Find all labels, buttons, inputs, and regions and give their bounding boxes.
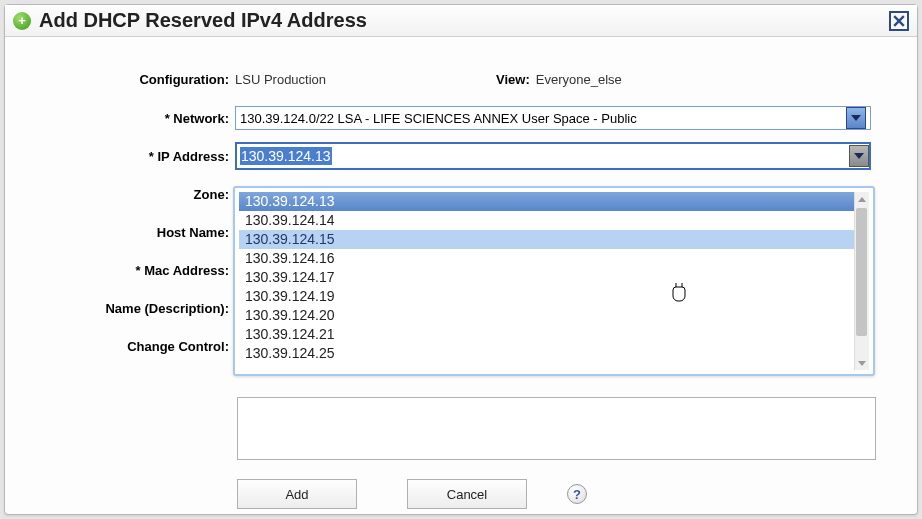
ip-address-label: * IP Address: [25, 149, 235, 164]
row-network: * Network: 130.39.124.0/22 LSA - LIFE SC… [25, 101, 897, 135]
ip-option[interactable]: 130.39.124.21 [239, 325, 869, 344]
ip-dropdown-inner: 130.39.124.13130.39.124.14130.39.124.151… [239, 192, 869, 370]
ip-option[interactable]: 130.39.124.13 [239, 192, 869, 211]
configuration-value: LSU Production [235, 72, 326, 87]
scroll-down-arrow-icon[interactable] [855, 356, 869, 370]
ip-option-list: 130.39.124.13130.39.124.14130.39.124.151… [239, 192, 869, 363]
view-label: View: [496, 72, 530, 87]
ip-option[interactable]: 130.39.124.14 [239, 211, 869, 230]
ip-option[interactable]: 130.39.124.17 [239, 268, 869, 287]
notes-textarea[interactable] [237, 397, 876, 460]
ip-option[interactable]: 130.39.124.15 [239, 230, 869, 249]
cancel-button[interactable]: Cancel [407, 479, 527, 509]
help-icon[interactable]: ? [567, 484, 587, 504]
host-name-label: Host Name: [25, 225, 235, 240]
network-select[interactable]: 130.39.124.0/22 LSA - LIFE SCIENCES ANNE… [235, 106, 871, 130]
close-button[interactable] [889, 11, 909, 31]
ip-dropdown-button[interactable] [849, 145, 869, 167]
name-description-label: Name (Description): [25, 301, 235, 316]
zone-label: Zone: [25, 187, 235, 202]
dropdown-scrollbar[interactable] [854, 192, 869, 370]
dialog: Add DHCP Reserved IPv4 Address Configura… [4, 4, 918, 515]
network-label: * Network: [25, 111, 235, 126]
add-button[interactable]: Add [237, 479, 357, 509]
ip-address-value: 130.39.124.13 [240, 147, 332, 165]
ip-option[interactable]: 130.39.124.16 [239, 249, 869, 268]
ip-option[interactable]: 130.39.124.25 [239, 344, 869, 363]
add-icon [13, 12, 31, 30]
scrollbar-thumb[interactable] [856, 208, 867, 336]
ip-address-combobox[interactable]: 130.39.124.13 [235, 142, 871, 170]
form-body: Configuration: LSU Production View: Ever… [5, 37, 917, 514]
network-dropdown-button[interactable] [846, 107, 866, 129]
close-icon [893, 15, 905, 27]
ip-option[interactable]: 130.39.124.19 [239, 287, 869, 306]
titlebar: Add DHCP Reserved IPv4 Address [5, 5, 917, 37]
change-control-label: Change Control: [25, 339, 235, 354]
mac-address-label: * Mac Address: [25, 263, 235, 278]
dialog-title: Add DHCP Reserved IPv4 Address [39, 9, 367, 32]
view-value: Everyone_else [536, 72, 622, 87]
chevron-down-icon [854, 153, 864, 159]
ip-option[interactable]: 130.39.124.20 [239, 306, 869, 325]
scroll-up-arrow-icon[interactable] [855, 192, 869, 206]
button-bar: Add Cancel ? [237, 479, 587, 509]
configuration-label: Configuration: [25, 72, 235, 87]
chevron-down-icon [851, 115, 861, 121]
network-select-text: 130.39.124.0/22 LSA - LIFE SCIENCES ANNE… [240, 111, 842, 126]
row-ip-address: * IP Address: 130.39.124.13 [25, 139, 897, 173]
row-configuration: Configuration: LSU Production View: Ever… [25, 65, 897, 93]
ip-dropdown-list[interactable]: 130.39.124.13130.39.124.14130.39.124.151… [233, 186, 875, 376]
